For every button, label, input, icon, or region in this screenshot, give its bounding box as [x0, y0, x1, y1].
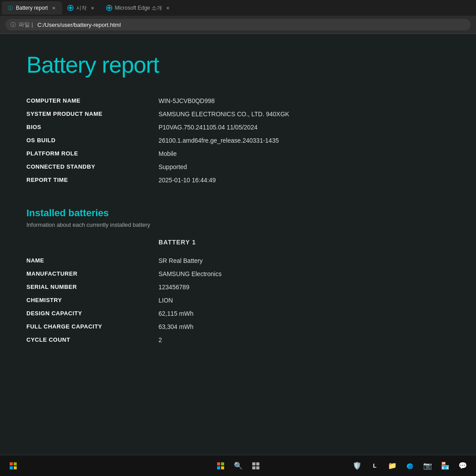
taskbar-store-icon[interactable]: 🏪	[437, 458, 453, 474]
label-system-product-name: SYSTEM PRODUCT NAME	[26, 109, 150, 119]
value-bios: P10VAG.750.241105.04 11/05/2024	[159, 122, 450, 133]
svg-rect-5	[256, 466, 259, 469]
system-info-table: COMPUTER NAME WIN-5JCVB0QD998 SYSTEM PRO…	[26, 96, 450, 185]
taskbar-antivirus-icon[interactable]: 🛡️	[349, 458, 365, 474]
value-system-product-name: SAMSUNG ELECTRONICS CO., LTD. 940XGK	[159, 109, 450, 119]
taskbar-taskview-icon[interactable]	[248, 458, 264, 474]
batteries-heading: Installed batteries	[26, 207, 450, 219]
main-content: Battery report COMPUTER NAME WIN-5JCVB0Q…	[0, 34, 476, 455]
address-file-prefix: 파일 |	[18, 21, 33, 29]
tab-bar: ⓘ Battery report ✕ 시작 ✕	[0, 0, 476, 16]
taskbar: 🔍 🛡️ L 📁 📷 🏪 💬	[0, 455, 476, 476]
svg-rect-4	[252, 466, 255, 469]
taskbar-search-icon[interactable]: 🔍	[230, 458, 246, 474]
address-bar: ⓘ 파일 | C:/Users/user/battery-report.html	[0, 16, 476, 33]
tab-icon-start	[67, 5, 74, 11]
tab-label-battery: Battery report	[16, 5, 48, 11]
label-report-time: REPORT TIME	[26, 175, 150, 185]
tab-close-start[interactable]: ✕	[89, 5, 96, 11]
value-computer-name: WIN-5JCVB0QD998	[159, 96, 450, 106]
svg-rect-2	[252, 462, 255, 465]
batteries-subtitle: Information about each currently install…	[26, 221, 450, 228]
label-manufacturer: MANUFACTURER	[26, 269, 150, 279]
value-design-capacity: 62,115 mWh	[159, 308, 450, 319]
label-platform-role: PLATFORM ROLE	[26, 148, 150, 159]
taskbar-folder-icon[interactable]: 📁	[384, 458, 400, 474]
value-report-time: 2025-01-10 16:44:49	[159, 175, 450, 185]
start-button[interactable]	[5, 458, 21, 474]
value-full-charge-capacity: 63,304 mWh	[159, 321, 450, 332]
tab-edge-intro[interactable]: Microsoft Edge 소개 ✕	[101, 1, 176, 15]
value-battery-name: SR Real Battery	[159, 255, 450, 266]
page-title: Battery report	[26, 52, 450, 78]
browser-chrome: ⓘ Battery report ✕ 시작 ✕	[0, 0, 476, 34]
value-cycle-count: 2	[159, 335, 450, 345]
tab-label-edge: Microsoft Edge 소개	[115, 4, 162, 12]
label-cycle-count: CYCLE COUNT	[26, 335, 150, 345]
value-manufacturer: SAMSUNG Electronics	[159, 269, 450, 279]
value-chemistry: LION	[159, 295, 450, 306]
taskbar-lang-icon[interactable]: L	[367, 458, 383, 474]
tab-battery-report[interactable]: ⓘ Battery report ✕	[2, 1, 62, 15]
value-serial-number: 123456789	[159, 282, 450, 292]
address-info-icon: ⓘ	[11, 21, 16, 29]
label-full-charge-capacity: FULL CHARGE CAPACITY	[26, 321, 150, 332]
windows-logo-icon	[10, 462, 17, 469]
battery-info-table: BATTERY 1 NAME SR Real Battery MANUFACTU…	[26, 239, 450, 345]
address-url: C:/Users/user/battery-report.html	[37, 22, 121, 28]
taskbar-camera-icon[interactable]: 📷	[420, 458, 435, 474]
label-os-build: OS BUILD	[26, 135, 150, 145]
taskbar-windows-icon[interactable]	[213, 458, 229, 474]
label-serial-number: SERIAL NUMBER	[26, 282, 150, 292]
system-info-section: COMPUTER NAME WIN-5JCVB0QD998 SYSTEM PRO…	[26, 96, 450, 185]
taskbar-edge-icon[interactable]	[402, 458, 418, 474]
tab-start[interactable]: 시작 ✕	[62, 1, 101, 15]
label-connected-standby: CONNECTED STANDBY	[26, 162, 150, 172]
tab-close-battery[interactable]: ✕	[51, 5, 57, 11]
installed-batteries-section: Installed batteries Information about ea…	[26, 207, 450, 345]
tab-label-start: 시작	[76, 4, 87, 12]
address-input[interactable]: ⓘ 파일 | C:/Users/user/battery-report.html	[5, 19, 471, 30]
tab-close-edge[interactable]: ✕	[165, 5, 171, 11]
taskbar-start-area	[5, 458, 21, 474]
taskbar-center: 🔍	[213, 458, 264, 474]
label-chemistry: CHEMISTRY	[26, 295, 150, 305]
taskbar-chat-icon[interactable]: 💬	[455, 458, 471, 474]
svg-rect-3	[256, 462, 259, 465]
value-connected-standby: Supported	[159, 162, 450, 172]
label-battery-name: NAME	[26, 255, 150, 266]
label-computer-name: COMPUTER NAME	[26, 96, 150, 106]
value-platform-role: Mobile	[159, 148, 450, 159]
tab-icon-battery: ⓘ	[7, 5, 13, 11]
tab-icon-edge	[106, 5, 112, 11]
battery-1-header: BATTERY 1	[159, 239, 450, 246]
windows-center-icon	[217, 462, 224, 469]
label-bios: BIOS	[26, 122, 150, 132]
label-design-capacity: DESIGN CAPACITY	[26, 308, 150, 318]
value-os-build: 26100.1.amd64fre.ge_release.240331-1435	[159, 135, 450, 146]
taskbar-right: 🛡️ L 📁 📷 🏪 💬	[349, 458, 471, 474]
